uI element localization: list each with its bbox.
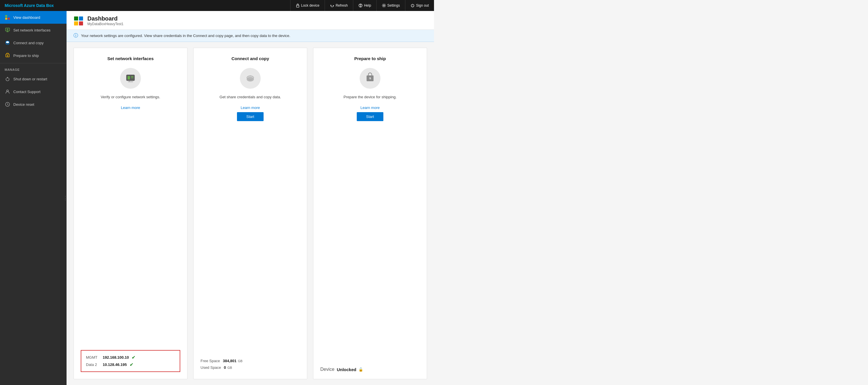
network-data-row-mgmt: MGMT 192.168.100.10 ✔ [86, 355, 175, 360]
refresh-icon [330, 3, 334, 7]
svg-point-9 [7, 29, 8, 30]
help-button[interactable]: Help [353, 0, 376, 11]
connect-data-panel: Free Space 384,801 GB Used Space 0 GB [200, 355, 300, 372]
card-icon-connect [240, 68, 261, 89]
sidebar-item-view-dashboard[interactable]: View dashboard [0, 11, 66, 24]
sign-out-button[interactable]: Sign out [405, 0, 434, 11]
card-title-connect: Connect and copy [200, 56, 300, 61]
start-ship-button[interactable]: Start [357, 112, 383, 121]
used-space-row: Used Space 0 GB [200, 365, 300, 370]
sidebar-item-connect-and-copy[interactable]: Connect and copy [0, 36, 66, 49]
topbar: Microsoft Azure Data Box Lock device Ref… [0, 0, 434, 11]
sidebar-item-set-network-interfaces[interactable]: Set network interfaces [0, 24, 66, 36]
topbar-actions: Lock device Refresh Help Settings [290, 0, 434, 11]
page-subtitle: MyDataBoxHeavyTest1 [87, 22, 124, 26]
card-icon-ship [360, 68, 380, 89]
ship-icon [5, 53, 10, 58]
card-connect-and-copy: Connect and copy Get share credentials a… [193, 48, 307, 379]
card-title-ship: Prepare to ship [320, 56, 420, 61]
svg-rect-8 [5, 28, 9, 31]
svg-rect-0 [296, 5, 299, 7]
sidebar-divider [0, 63, 66, 63]
svg-rect-4 [5, 15, 7, 17]
sidebar: View dashboard Set network interfaces [0, 11, 66, 385]
learn-more-ship[interactable]: Learn more [320, 105, 420, 110]
network-data-row-data2: Data 2 10.128.46.195 ✔ [86, 362, 175, 368]
cards-area: Set network interfaces Verify or configu… [66, 42, 434, 385]
dashboard-icon [73, 16, 83, 25]
free-space-row: Free Space 384,801 GB [200, 359, 300, 363]
svg-rect-6 [5, 18, 7, 20]
mgmt-status-icon: ✔ [132, 355, 135, 360]
sidebar-item-device-reset[interactable]: Device reset [0, 98, 66, 111]
svg-rect-5 [8, 15, 10, 17]
app-brand: Microsoft Azure Data Box [5, 3, 54, 8]
svg-point-13 [7, 90, 8, 92]
svg-rect-17 [131, 78, 133, 79]
card-icon-network [120, 68, 141, 89]
support-icon [5, 89, 10, 95]
power-icon [410, 3, 414, 7]
ship-device-panel: Device Unlocked 🔓 [320, 363, 420, 372]
sidebar-manage-label: MANAGE [0, 65, 66, 73]
settings-button[interactable]: Settings [376, 0, 405, 11]
refresh-button[interactable]: Refresh [324, 0, 353, 11]
lock-icon [296, 3, 300, 7]
svg-point-3 [383, 5, 384, 6]
card-title-network: Set network interfaces [81, 56, 180, 61]
main-content: Dashboard MyDataBoxHeavyTest1 ⓘ Your net… [66, 11, 434, 385]
card-prepare-to-ship: Prepare to ship Prepare the device for s… [313, 48, 427, 379]
card-desc-connect: Get share credentials and copy data. [200, 95, 300, 100]
sidebar-resizer[interactable] [64, 192, 66, 204]
main-layout: View dashboard Set network interfaces [0, 11, 434, 385]
banner-text: Your network settings are configured. Vi… [81, 34, 290, 38]
data2-status-icon: ✔ [130, 362, 133, 368]
page-header: Dashboard MyDataBoxHeavyTest1 [66, 11, 434, 30]
svg-rect-7 [8, 18, 10, 20]
help-icon [359, 3, 363, 7]
card-desc-network: Verify or configure network settings. [81, 95, 180, 100]
network-icon [5, 27, 10, 33]
device-label: Device [320, 367, 335, 372]
info-icon: ⓘ [73, 33, 78, 39]
svg-point-2 [360, 6, 361, 7]
unlock-icon: 🔓 [359, 368, 363, 372]
restart-icon [5, 76, 10, 82]
card-desc-ship: Prepare the device for shipping. [320, 95, 420, 100]
sidebar-item-shut-down-or-restart[interactable]: Shut down or restart [0, 73, 66, 85]
start-connect-button[interactable]: Start [237, 112, 263, 121]
sidebar-item-prepare-to-ship[interactable]: Prepare to ship [0, 49, 66, 62]
lock-device-button[interactable]: Lock device [290, 0, 324, 11]
settings-icon [382, 3, 386, 7]
connect-icon [5, 40, 10, 46]
card-set-network-interfaces: Set network interfaces Verify or configu… [73, 48, 187, 379]
network-data-panel: MGMT 192.168.100.10 ✔ Data 2 10.128.46.1… [81, 350, 180, 372]
learn-more-connect[interactable]: Learn more [200, 105, 300, 110]
info-banner: ⓘ Your network settings are configured. … [66, 30, 434, 42]
sidebar-item-contact-support[interactable]: Contact Support [0, 85, 66, 98]
device-status: Unlocked [337, 367, 356, 372]
page-title: Dashboard [87, 15, 124, 22]
reset-icon [5, 101, 10, 107]
learn-more-network[interactable]: Learn more [81, 105, 180, 110]
svg-rect-16 [131, 76, 133, 78]
grid-icon [5, 14, 10, 20]
svg-rect-15 [128, 76, 130, 79]
